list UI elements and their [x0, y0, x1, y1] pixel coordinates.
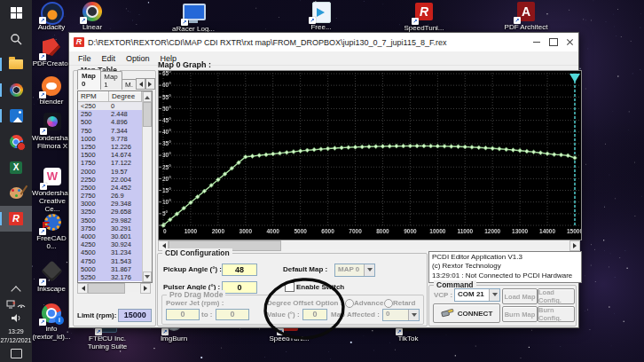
load-map-button[interactable]: Load Map: [502, 288, 538, 304]
limit-input[interactable]: 15000: [118, 309, 152, 322]
menu-file[interactable]: File: [73, 53, 97, 64]
dropdown-button[interactable]: [408, 310, 419, 320]
desktop-icon-blender[interactable]: ↗blender: [32, 76, 71, 106]
value-input[interactable]: 0: [302, 309, 327, 320]
chrome-button[interactable]: [0, 129, 32, 154]
dropdown-button[interactable]: [489, 289, 499, 301]
start-button[interactable]: [0, 0, 32, 26]
desktop-icon-filmora[interactable]: ↗Wondershare Filmora X: [32, 112, 73, 151]
table-row[interactable]: <2500: [78, 102, 142, 110]
degree-cell: 31.867: [108, 265, 142, 273]
table-row[interactable]: 10009.778: [78, 135, 142, 143]
close-button[interactable]: [562, 33, 578, 51]
title-bar[interactable]: R D:\REXTOR\REXTOR\CDI\MAP CDI RXTR\rxt …: [69, 33, 578, 51]
desktop-icon-pdf-architect[interactable]: A↗PDF Architect: [499, 2, 554, 32]
table-row[interactable]: 325029.658: [78, 208, 142, 216]
paint-button[interactable]: [0, 180, 32, 206]
table-row[interactable]: 425030.924: [78, 240, 142, 248]
graph-plot[interactable]: 05°10°15°20°25°30°35°40°45°50°55°60°65°0…: [159, 71, 581, 240]
hscroll-thumb[interactable]: [88, 283, 125, 294]
power-jet-from-input[interactable]: 0: [166, 309, 200, 320]
volume-tray-button[interactable]: [0, 311, 32, 325]
close-icon: [566, 38, 574, 46]
table-row[interactable]: 475031.543: [78, 257, 142, 265]
column-header-degree[interactable]: Degree: [109, 91, 142, 102]
column-header-rpm[interactable]: RPM: [78, 91, 109, 102]
retard-label: Retard: [393, 299, 415, 307]
scroll-left-button[interactable]: [77, 283, 88, 294]
scroll-right-button[interactable]: [140, 283, 151, 294]
burn-map-button[interactable]: Burn Map: [502, 306, 538, 322]
action-center-button[interactable]: [0, 346, 32, 360]
pickup-angle-input[interactable]: 48: [222, 264, 257, 276]
scroll-right-button[interactable]: [569, 240, 580, 251]
tray-expand-button[interactable]: [0, 282, 32, 296]
retard-radio[interactable]: [384, 299, 393, 308]
desktop-icon-speedtuni-top[interactable]: R↗SpeedTuni...: [399, 2, 449, 33]
burn-config-button[interactable]: Burn Config.: [538, 306, 575, 322]
connect-button[interactable]: CONNECT: [433, 303, 500, 323]
search-button[interactable]: [0, 26, 32, 51]
table-hscrollbar[interactable]: [77, 283, 151, 292]
dropdown-button[interactable]: [364, 264, 374, 276]
pulser-angle-input[interactable]: 0: [222, 281, 257, 294]
scroll-down-button[interactable]: [143, 272, 152, 282]
table-row[interactable]: 400030.601: [78, 232, 142, 240]
maximize-button[interactable]: [545, 33, 562, 51]
desktop-icon-aracer-log[interactable]: ↗aRacer Log...: [169, 2, 218, 34]
table-row[interactable]: 125012.226: [78, 143, 142, 151]
excel-button[interactable]: X: [0, 154, 32, 180]
com-port-select[interactable]: COM 21: [454, 288, 500, 302]
table-row[interactable]: 2502.448: [78, 110, 142, 118]
default-map-select[interactable]: MAP 0: [334, 264, 375, 277]
table-row[interactable]: 200019.57: [78, 168, 142, 176]
rextor-app-button[interactable]: R: [0, 206, 32, 232]
table-row[interactable]: 5004.896: [78, 118, 142, 126]
camera-app-button[interactable]: [0, 77, 32, 103]
desktop-icon-wondershare-creative[interactable]: W↗Wondershare Creative Ce...: [32, 167, 73, 214]
enable-switch-checkbox[interactable]: [285, 282, 295, 292]
file-explorer-button[interactable]: [0, 51, 32, 77]
menu-edit[interactable]: Edit: [97, 53, 122, 64]
tab-scroll-left-button[interactable]: [136, 78, 145, 90]
table-row[interactable]: 525032.176: [78, 273, 142, 281]
desktop-icon-audacity[interactable]: ↗Audacity: [32, 2, 71, 32]
table-vscrollbar[interactable]: [142, 91, 152, 282]
table-row[interactable]: 175017.122: [78, 159, 142, 167]
desktop-icon-free[interactable]: ↗Free...: [296, 2, 346, 32]
vscroll-thumb[interactable]: [143, 102, 152, 127]
network-tray-button[interactable]: x: [0, 296, 32, 311]
usb-plug-icon: [441, 309, 455, 318]
tab-more[interactable]: M.: [122, 79, 137, 90]
load-config-button[interactable]: Load Config.: [538, 288, 575, 304]
menu-option[interactable]: Option: [121, 53, 155, 64]
table-row[interactable]: 350029.982: [78, 216, 142, 224]
table-row[interactable]: 250024.452: [78, 184, 142, 192]
tab-scroll-right-button[interactable]: [145, 78, 155, 90]
table-row[interactable]: 225022.004: [78, 176, 142, 184]
scroll-up-button[interactable]: [143, 91, 152, 102]
map0-graph[interactable]: 05°10°15°20°25°30°35°40°45°50°55°60°65°0…: [158, 70, 582, 240]
svg-text:4000: 4000: [266, 228, 279, 234]
tab-map0[interactable]: Map 0: [77, 69, 101, 90]
desktop-icon-linear[interactable]: ↗Linear: [69, 2, 115, 32]
table-row[interactable]: 7507.344: [78, 127, 142, 135]
desktop-icon-inkscape[interactable]: ↗Inkscape: [32, 261, 71, 294]
table-row[interactable]: 150014.674: [78, 151, 142, 159]
advance-radio[interactable]: [345, 299, 354, 308]
minimize-button[interactable]: [528, 33, 545, 51]
desktop-icon-pdfcreator[interactable]: ↗PDFCreator: [32, 37, 71, 68]
power-jet-to-input[interactable]: 0: [216, 309, 249, 320]
aracer-log-icon: ↗: [183, 4, 204, 25]
map-affected-select[interactable]: 0: [382, 309, 420, 321]
photos-app-button[interactable]: [0, 103, 32, 129]
table-row[interactable]: 275026.9: [78, 192, 142, 200]
desktop-icon-info-rextor[interactable]: i↗info (rextor_id)...: [32, 303, 71, 342]
table-row[interactable]: 300029.348: [78, 200, 142, 208]
tab-map1[interactable]: Map 1: [100, 71, 122, 90]
taskbar-clock[interactable]: 13:29 27/12/2021: [0, 327, 31, 344]
table-row[interactable]: 500031.867: [78, 265, 142, 273]
table-row[interactable]: 375030.291: [78, 224, 142, 232]
desktop-icon-freecad[interactable]: F↗FreeCAD 0...: [32, 213, 71, 251]
table-row[interactable]: 450031.234: [78, 248, 142, 256]
